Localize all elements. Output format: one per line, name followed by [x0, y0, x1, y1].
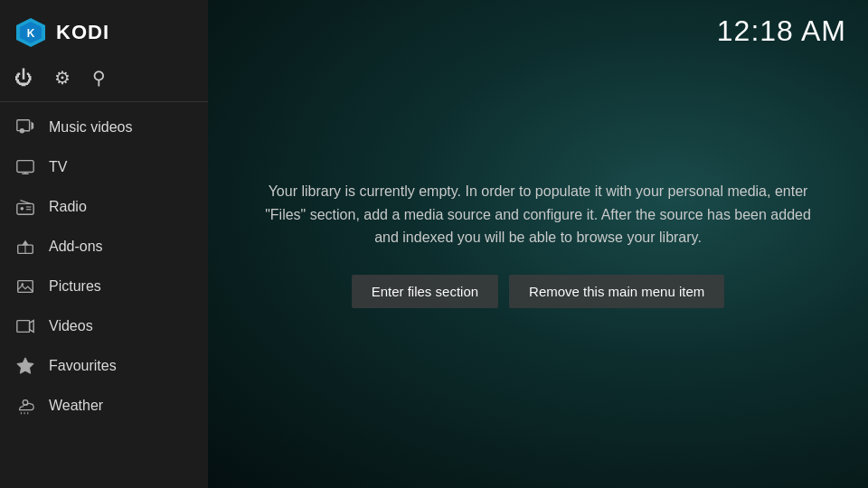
sidebar-label-pictures: Pictures — [49, 278, 101, 295]
radio-icon — [14, 196, 36, 218]
svg-marker-16 — [22, 240, 28, 246]
kodi-logo-icon: K — [14, 16, 47, 49]
svg-text:K: K — [27, 27, 35, 40]
action-buttons: Enter files section Remove this main men… — [258, 275, 818, 308]
sidebar-label-favourites: Favourites — [49, 358, 117, 374]
favourites-icon — [14, 355, 36, 377]
search-icon[interactable]: ⚲ — [92, 67, 106, 89]
top-icon-row: ⏻ ⚙ ⚲ — [0, 61, 208, 101]
empty-library-message: Your library is currently empty. In orde… — [258, 180, 818, 249]
remove-menu-item-button[interactable]: Remove this main menu item — [509, 275, 724, 308]
svg-point-19 — [21, 283, 24, 286]
sidebar-item-videos[interactable]: Videos — [0, 306, 208, 346]
settings-icon[interactable]: ⚙ — [54, 67, 71, 89]
svg-marker-22 — [17, 358, 33, 373]
sidebar-item-add-ons[interactable]: Add-ons — [0, 227, 208, 267]
svg-point-5 — [20, 128, 24, 134]
sidebar-label-radio: Radio — [49, 199, 87, 215]
addons-icon — [14, 236, 36, 258]
sidebar-item-pictures[interactable]: Pictures — [0, 267, 208, 306]
sidebar-label-videos: Videos — [49, 318, 93, 334]
svg-rect-18 — [18, 281, 33, 293]
sidebar-divider — [0, 101, 208, 102]
app-title: KODI — [56, 21, 109, 44]
svg-marker-4 — [31, 122, 33, 130]
time-display: 12:18 AM — [717, 14, 846, 48]
sidebar-label-tv: TV — [49, 159, 67, 175]
pictures-icon — [14, 276, 36, 297]
sidebar-label-add-ons: Add-ons — [49, 239, 103, 255]
svg-point-12 — [21, 207, 24, 211]
svg-marker-21 — [30, 321, 34, 333]
sidebar-label-music-videos: Music videos — [49, 119, 132, 136]
sidebar-item-favourites[interactable]: Favourites — [0, 346, 208, 386]
sidebar-label-weather: Weather — [49, 398, 103, 414]
sidebar: K KODI ⏻ ⚙ ⚲ Music videos TV Radio Add-o… — [0, 0, 208, 488]
weather-icon — [14, 395, 36, 417]
music-videos-icon — [14, 117, 36, 138]
svg-rect-7 — [17, 161, 33, 173]
power-icon[interactable]: ⏻ — [14, 68, 33, 89]
sidebar-item-music-videos[interactable]: Music videos — [0, 108, 208, 147]
empty-library-box: Your library is currently empty. In orde… — [240, 162, 836, 326]
videos-icon — [14, 315, 36, 337]
sidebar-item-radio[interactable]: Radio — [0, 187, 208, 227]
sidebar-item-tv[interactable]: TV — [0, 147, 208, 187]
sidebar-item-weather[interactable]: Weather — [0, 386, 208, 426]
main-content: 12:18 AM Your library is currently empty… — [208, 0, 868, 488]
svg-rect-20 — [17, 321, 30, 333]
sidebar-header: K KODI — [0, 0, 208, 61]
enter-files-button[interactable]: Enter files section — [352, 275, 498, 308]
tv-icon — [14, 156, 36, 178]
